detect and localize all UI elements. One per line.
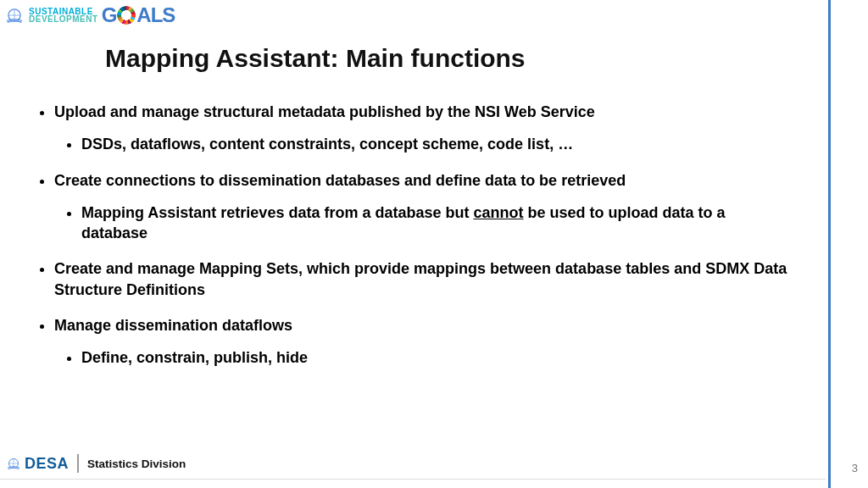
sdg-line2: DEVELOPMENT [29,15,98,23]
footer-subdivision: Statistics Division [87,458,186,470]
page-number: 3 [852,462,858,474]
bullet-1a: DSDs, dataflows, content constraints, co… [81,134,792,154]
goals-word: G ALS [102,3,175,27]
slide-content: Upload and manage structural metadata pu… [39,102,792,384]
un-emblem-icon [3,4,25,26]
right-accent-bar [828,0,831,488]
sdg-logo: SUSTAINABLE DEVELOPMENT G ALS [3,3,175,27]
sdg-color-wheel-icon [117,6,136,25]
bullet-2a: Mapping Assistant retrieves data from a … [81,202,792,244]
footer: DESA Statistics Division [0,454,848,473]
bullet-1-text: Upload and manage structural metadata pu… [54,103,595,120]
bullet-4a: Define, constrain, publish, hide [81,347,792,368]
footer-rule [0,479,826,480]
bullet-4-text: Manage dissemination dataflows [54,317,292,334]
desa-word: DESA [25,455,69,473]
bullet-4: Manage dissemination dataflows Define, c… [54,315,792,369]
bullet-2a-pre: Mapping Assistant retrieves data from a … [81,204,473,221]
un-emblem-small-icon [5,455,22,472]
bullet-2: Create connections to dissemination data… [54,170,792,244]
sdg-text: SUSTAINABLE DEVELOPMENT [29,8,98,23]
bullet-2a-underline: cannot [473,204,523,221]
bullet-3: Create and manage Mapping Sets, which pr… [54,258,792,300]
bullet-1: Upload and manage structural metadata pu… [54,102,792,155]
slide: SUSTAINABLE DEVELOPMENT G ALS Mapping As… [0,0,868,488]
desa-logo: DESA [5,454,79,473]
goals-suffix: ALS [136,3,175,27]
goals-prefix: G [102,3,117,27]
slide-title: Mapping Assistant: Main functions [105,44,526,73]
bullet-2-text: Create connections to dissemination data… [54,172,626,189]
